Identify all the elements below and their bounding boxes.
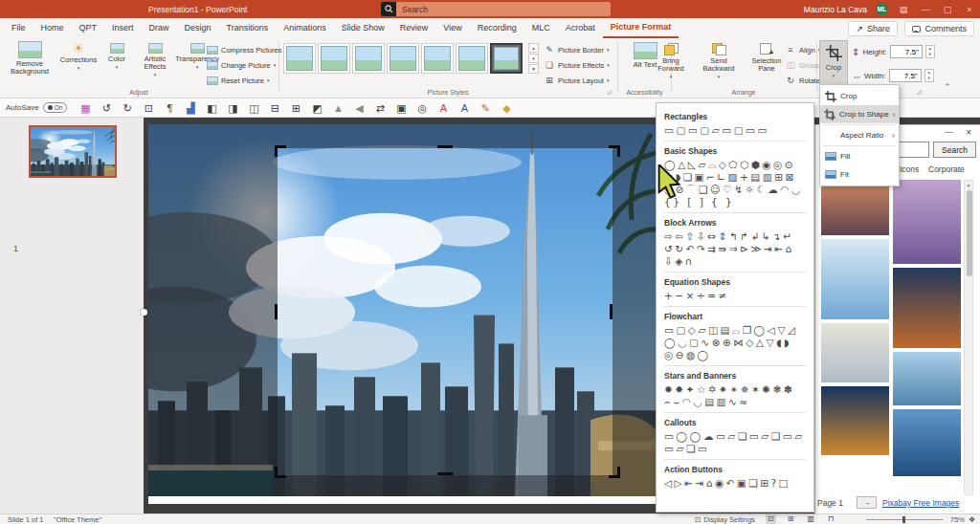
qat-icon-4[interactable]: ⊡ — [138, 99, 159, 117]
shape-row[interactable]: ◯◡▢∿⊗⊕⋈◇△▽◖◗ — [664, 337, 806, 349]
tab-acrobat[interactable]: Acrobat — [558, 19, 603, 37]
stock-image-8[interactable] — [893, 409, 961, 476]
stock-tab-icons[interactable]: Icons — [900, 164, 919, 174]
shape-row[interactable]: ↺↻↶↷⇉⇛⇒⊳≫⇥⇤⌂ — [664, 243, 806, 255]
view-button-2[interactable]: ⊞ — [786, 514, 796, 524]
shape-row[interactable]: ◔◗❏▣⌐∟▨+▤▥⊞⊠ — [664, 171, 806, 184]
picture-style-1[interactable] — [283, 43, 316, 74]
qat-icon-18[interactable]: A — [433, 99, 454, 117]
qat-icon-15[interactable]: ⇄ — [369, 99, 390, 117]
shape-row[interactable]: +−×÷=≠ — [664, 290, 806, 302]
stock-image-7[interactable] — [893, 352, 961, 405]
gallery-down-icon[interactable]: ▾ — [528, 54, 539, 63]
tab-draw[interactable]: Draw — [142, 19, 177, 37]
height-stepper[interactable]: ▴ ▾ — [925, 45, 935, 58]
picture-being-cropped[interactable] — [148, 124, 656, 496]
crop-handle-top[interactable] — [437, 145, 453, 148]
pane-close-icon[interactable]: × — [966, 127, 971, 138]
shape-row[interactable]: ◯△◺▱⌓◇⬠⬡⬢◉◎⊙ — [664, 159, 806, 171]
restore-icon[interactable]: ▢ — [941, 5, 954, 14]
qat-icon-7[interactable]: ◧ — [201, 99, 222, 117]
close-icon[interactable]: × — [963, 5, 976, 14]
share-button[interactable]: ↗ Share — [848, 21, 898, 36]
tab-insert[interactable]: Insert — [104, 19, 142, 37]
pane-splitter-handle[interactable] — [141, 309, 147, 316]
qat-icon-9[interactable]: ◫ — [243, 99, 264, 117]
ribbon-button-selection-pane[interactable]: Selection Pane — [745, 41, 789, 73]
shape-row[interactable]: ⇨⇦⇧⇩⇔⇕↰↱↲↳↴↵ — [664, 230, 806, 243]
tab-review[interactable]: Review — [392, 19, 436, 37]
gallery-more-icon[interactable]: ▼ — [528, 64, 539, 74]
qat-icon-11[interactable]: ⊞ — [285, 99, 306, 117]
view-button-4[interactable]: ⊓ — [826, 514, 835, 524]
stock-tab-corporate[interactable]: Corporate — [928, 164, 965, 174]
ribbon-button-color[interactable]: Color▾ — [100, 41, 134, 69]
ribbon-button-reset-picture[interactable]: Reset Picture▾ — [207, 74, 281, 87]
width-stepper[interactable]: ▴ ▾ — [924, 69, 934, 82]
height-field[interactable] — [890, 45, 923, 58]
qat-icon-13[interactable]: ▲ — [327, 99, 348, 117]
shape-row[interactable]: ⌢⌣◠◡▤▥∿≈ — [664, 396, 806, 408]
view-button-3[interactable]: ▥ — [805, 514, 816, 524]
shape-row[interactable]: ▭▢▭▢▱▭▢▭▭ — [664, 124, 806, 137]
fit-to-window-icon[interactable]: ❖ — [969, 515, 975, 524]
qat-icon-3[interactable]: ↻ — [117, 99, 138, 117]
minimize-icon[interactable]: — — [919, 5, 932, 14]
scroll-up-icon[interactable]: ▴ — [965, 182, 972, 187]
spin-down-icon[interactable]: ▾ — [926, 52, 934, 57]
tab-picture-format[interactable]: Picture Format — [603, 18, 679, 38]
avatar[interactable]: ML — [876, 3, 888, 15]
zoom-level[interactable]: 75% — [950, 515, 965, 524]
stock-image-2[interactable] — [821, 239, 889, 319]
qat-icon-19[interactable]: A — [454, 99, 475, 117]
picture-style-7[interactable] — [490, 43, 523, 74]
menu-item-fill[interactable]: Fill — [820, 147, 899, 165]
qat-icon-1[interactable]: ▦ — [75, 99, 96, 117]
zoom-slider-thumb[interactable] — [902, 516, 905, 523]
crop-handle-right[interactable] — [610, 304, 612, 319]
qat-icon-14[interactable]: ◀ — [348, 99, 369, 117]
pane-minimize-icon[interactable]: — — [945, 127, 953, 137]
ribbon-button-picture-layout[interactable]: ⊞Picture Layout▾ — [544, 74, 610, 87]
menu-item-fit[interactable]: Fit — [820, 165, 899, 184]
tab-view[interactable]: View — [435, 19, 469, 37]
crop-handle-top-right[interactable] — [609, 145, 620, 157]
stock-image-5[interactable] — [893, 180, 961, 264]
ribbon-button-change-picture[interactable]: Change Picture▾ — [207, 58, 281, 72]
display-settings-button[interactable]: ⊡ Display Settings — [695, 515, 755, 524]
shape-row[interactable]: ◎⊖◍◯ — [664, 349, 806, 361]
crop-handle-left[interactable] — [275, 304, 278, 319]
ribbon-button-send-backward[interactable]: Send Backward▾ — [697, 41, 741, 78]
width-field[interactable] — [889, 69, 922, 82]
remove-background-button[interactable]: Remove Background — [4, 41, 56, 76]
stock-image-6[interactable] — [893, 268, 961, 348]
stock-image-3[interactable] — [821, 323, 889, 382]
scrollbar-thumb[interactable] — [967, 190, 972, 276]
qat-icon-21[interactable]: ◆ — [496, 99, 517, 117]
user-name[interactable]: Maurizio La Cava — [804, 5, 867, 14]
picture-style-3[interactable] — [352, 43, 385, 74]
tab-mlc[interactable]: MLC — [524, 19, 558, 37]
shape-row[interactable]: ◁▷⇤⇥⌂◉↶▣❏⊞?□ — [664, 477, 806, 490]
ribbon-button-picture-effects[interactable]: ❏Picture Effects▾ — [544, 58, 610, 72]
pane-scrollbar[interactable]: ▴ — [964, 180, 973, 495]
ribbon-button-corrections[interactable]: ☀Corrections▾ — [57, 41, 100, 70]
tab-animations[interactable]: Animations — [276, 19, 334, 37]
theme-name[interactable]: "Office Theme" — [54, 515, 101, 524]
pixabay-link[interactable]: Pixabay Free Images — [882, 498, 959, 508]
crop-handle-top-left[interactable] — [275, 145, 286, 157]
tab-transitions[interactable]: Transitions — [219, 19, 277, 37]
ribbon-display-options-icon[interactable]: ▤ — [897, 5, 910, 14]
view-button-1[interactable]: ⊡ — [766, 514, 776, 524]
shape-row[interactable]: ▭◯◯☁▭▱❏▭▱❏▭▱ — [664, 430, 806, 443]
crop-handle-bottom-right[interactable] — [609, 467, 620, 478]
stock-image-4[interactable] — [821, 386, 889, 455]
ribbon-button-compress-pictures[interactable]: Compress Pictures — [207, 43, 281, 56]
shape-row[interactable]: ▭▢◇▱◫▤⌓❐◯◁▽◿ — [664, 324, 806, 337]
shape-row[interactable]: {} [ ] { } — [664, 196, 806, 208]
qat-icon-2[interactable]: ↺ — [96, 99, 117, 117]
qat-icon-8[interactable]: ◨ — [222, 99, 243, 117]
tab-qpt[interactable]: QPT — [72, 19, 105, 37]
autosave-toggle[interactable]: On — [43, 102, 68, 113]
ribbon-button-bring-forward[interactable]: Bring Forward▾ — [649, 41, 693, 78]
